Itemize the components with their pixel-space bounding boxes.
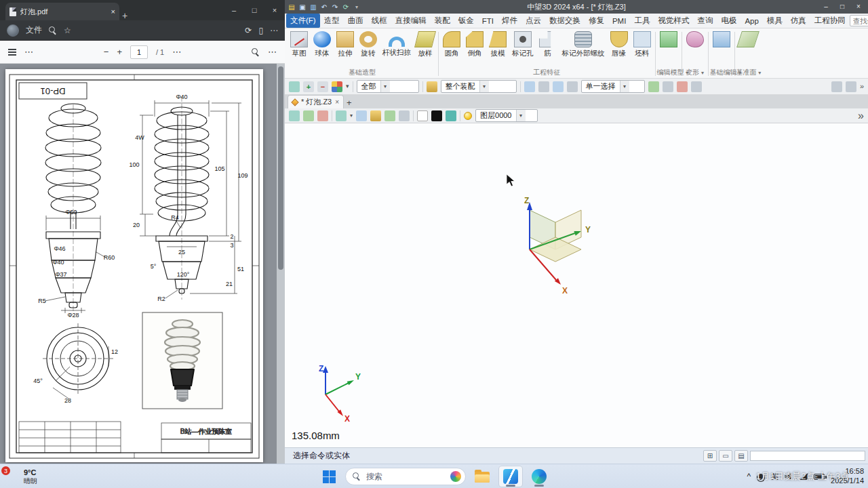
scope-combo[interactable]: 整个装配 xyxy=(441,80,517,93)
file-explorer-button[interactable] xyxy=(470,466,494,487)
circle-tool-icon[interactable] xyxy=(846,81,856,92)
clock[interactable]: 16:58 2025/1/14 xyxy=(831,467,864,486)
document-tab[interactable]: * 灯泡.Z3 xyxy=(288,95,344,108)
network-icon[interactable] xyxy=(800,473,808,480)
tab-close-icon[interactable] xyxy=(111,8,115,16)
open-file-icon[interactable]: ▣ xyxy=(297,2,308,12)
zw3d-taskbar-button[interactable] xyxy=(498,466,523,487)
close-button[interactable] xyxy=(264,0,285,20)
pdf-content-area[interactable]: DP-01 xyxy=(0,64,285,464)
menu-tab[interactable]: 修复 xyxy=(585,14,608,28)
menu-tab[interactable]: 焊件 xyxy=(498,14,521,28)
taskbar-search[interactable]: 搜索 xyxy=(345,468,466,485)
toolbar-overflow-icon[interactable] xyxy=(860,83,864,90)
pdf-search-icon[interactable] xyxy=(252,48,260,56)
menu-tab[interactable]: 工程协同 xyxy=(810,14,850,28)
entity-filter-combo[interactable]: 全部 xyxy=(357,80,419,93)
menu-tab[interactable]: 视觉样式 xyxy=(654,14,693,28)
measure-tool-icon[interactable] xyxy=(691,81,702,92)
stock-button[interactable]: 坯料 xyxy=(631,30,654,68)
minimize-button[interactable] xyxy=(224,0,244,20)
menu-tab[interactable]: App xyxy=(741,15,762,27)
menu-tab[interactable]: FTI xyxy=(478,15,498,27)
pdf-tab[interactable]: 灯泡.pdf xyxy=(5,3,119,20)
zw3d-minimize-button[interactable] xyxy=(818,0,834,14)
pick-mode-combo[interactable]: 单一选择 xyxy=(581,80,645,93)
document-tab-close-icon[interactable] xyxy=(335,99,339,106)
page-number-input[interactable] xyxy=(130,45,148,59)
new-file-icon[interactable]: ▤ xyxy=(286,2,297,12)
ime-indicator[interactable]: 英 xyxy=(771,472,778,482)
revolve-button[interactable]: 旋转 xyxy=(357,30,380,68)
snap-icon[interactable] xyxy=(648,81,659,92)
menu-tab[interactable]: 查询 xyxy=(693,14,717,28)
battery-icon[interactable] xyxy=(814,474,825,480)
select-tool-icon[interactable] xyxy=(524,81,535,92)
menu-tab[interactable]: 文件(F) xyxy=(286,14,320,28)
background-teal-icon[interactable] xyxy=(446,110,456,121)
sketch-button[interactable]: 草图 xyxy=(288,30,311,68)
pdf-zoom-more-icon[interactable] xyxy=(172,47,181,56)
regen-model-icon[interactable] xyxy=(303,110,314,121)
shade-mode-icon[interactable] xyxy=(336,110,347,121)
menu-tab[interactable]: PMI xyxy=(608,15,630,27)
hidden-icons-chevron[interactable] xyxy=(747,472,751,481)
menu-tab[interactable]: 线框 xyxy=(368,14,391,28)
color-filter-icon[interactable] xyxy=(332,81,342,92)
edge-taskbar-button[interactable] xyxy=(527,466,551,487)
menu-tab[interactable]: 曲面 xyxy=(344,14,368,28)
zw3d-close-button[interactable] xyxy=(850,0,867,14)
view-toolbar-overflow-icon[interactable] xyxy=(858,110,864,121)
search-icon[interactable] xyxy=(49,26,57,35)
datum-plane-button[interactable] xyxy=(736,30,760,68)
sweep-button[interactable]: 杆状扫掠 xyxy=(380,30,414,68)
wireframe-mode-icon[interactable] xyxy=(356,110,367,121)
datum-plane-label[interactable]: 基准面 xyxy=(736,68,760,77)
command-search-input[interactable] xyxy=(853,17,868,25)
deform-label[interactable]: 变形 xyxy=(684,68,707,77)
grid-snap-icon[interactable] xyxy=(663,81,673,92)
sidebar-icon[interactable] xyxy=(258,26,263,35)
pdf-scrollbar-thumb[interactable] xyxy=(278,66,283,270)
favorites-icon[interactable] xyxy=(64,26,71,35)
exit-icon[interactable] xyxy=(289,110,300,121)
message-toggle-icon[interactable]: ▤ xyxy=(734,450,748,462)
zoom-in-button[interactable] xyxy=(117,47,122,56)
render-mode-icon[interactable] xyxy=(370,110,381,121)
menu-tab[interactable]: 模具 xyxy=(763,14,787,28)
section-view-icon[interactable] xyxy=(384,110,395,121)
pdf-more-left-icon[interactable] xyxy=(24,47,33,56)
pdf-scrollbar[interactable] xyxy=(277,64,285,464)
save-icon[interactable]: ▥ xyxy=(308,2,319,12)
extrude-button[interactable]: 拉伸 xyxy=(334,30,357,68)
command-search-box[interactable] xyxy=(850,15,868,26)
view-orient-icon[interactable] xyxy=(399,110,410,121)
filter-dropdown-icon[interactable] xyxy=(346,83,349,89)
sketch-edit-icon[interactable] xyxy=(317,110,328,121)
basic-edit-label[interactable]: 基础编辑 xyxy=(710,68,733,77)
new-tab-button[interactable] xyxy=(122,11,127,20)
new-document-button[interactable] xyxy=(347,98,352,107)
profile-avatar[interactable] xyxy=(7,24,19,37)
draft-button[interactable]: 拔模 xyxy=(486,30,509,68)
status-input-field[interactable] xyxy=(750,451,865,461)
search-highlight-icon[interactable] xyxy=(450,471,461,482)
loft-button[interactable]: 放样 xyxy=(414,30,437,68)
lasso-select-ic[interactable] xyxy=(553,81,564,92)
menu-tab[interactable]: 工具 xyxy=(630,14,654,28)
menu-tab[interactable]: 直接编辑 xyxy=(391,14,431,28)
qat-dropdown-icon[interactable]: ▾ xyxy=(351,2,362,12)
background-white-icon[interactable] xyxy=(417,110,428,121)
redo-icon[interactable]: ↷ xyxy=(330,2,340,12)
remove-filter-icon[interactable] xyxy=(317,81,328,92)
assembly-icon[interactable] xyxy=(427,81,437,92)
line-tool-icon[interactable] xyxy=(831,81,842,92)
add-filter-icon[interactable] xyxy=(303,81,314,92)
regen-icon[interactable]: ⟳ xyxy=(340,2,351,12)
fillet-button[interactable]: 圆角 xyxy=(440,30,463,68)
background-black-icon[interactable] xyxy=(431,110,442,121)
menu-tab[interactable]: 电极 xyxy=(717,14,741,28)
file-menu[interactable]: 文件 xyxy=(26,24,42,36)
layer-combo[interactable]: 图层0000 xyxy=(475,109,538,122)
thumbnails-icon[interactable] xyxy=(8,49,16,56)
